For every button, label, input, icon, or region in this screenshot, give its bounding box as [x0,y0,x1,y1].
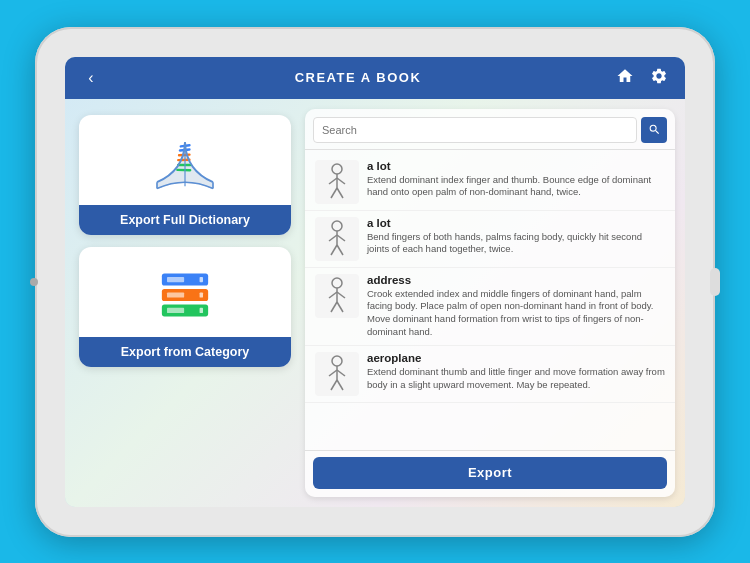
svg-line-33 [337,302,343,312]
svg-rect-10 [167,292,184,297]
word-avatar [315,352,359,396]
word-name: aeroplane [367,352,665,364]
tablet-side-button [30,278,38,286]
word-list: a lot Extend dominant index finger and t… [305,150,675,450]
export-category-icon-area [79,247,291,337]
svg-line-24 [329,235,337,241]
back-button[interactable]: ‹ [77,69,105,87]
svg-rect-14 [200,292,203,297]
svg-line-38 [331,380,337,390]
svg-rect-8 [167,277,184,282]
word-description: Extend dominant index finger and thumb. … [367,174,665,200]
list-item[interactable]: a lot Extend dominant index finger and t… [305,154,675,211]
book-icon [149,134,221,192]
svg-line-26 [331,245,337,255]
search-input[interactable] [313,117,637,143]
export-from-category-card[interactable]: Export from Category [79,247,291,367]
export-from-category-label: Export from Category [79,337,291,367]
svg-rect-13 [200,277,203,282]
svg-line-30 [329,292,337,298]
page-title: CREATE A BOOK [105,70,611,85]
export-full-dictionary-label: Export Full Dictionary [79,205,291,235]
svg-point-16 [332,164,342,174]
word-name: a lot [367,160,665,172]
svg-line-20 [331,188,337,198]
export-full-icon-area [79,115,291,205]
database-icon [155,265,215,325]
svg-line-25 [337,235,345,241]
word-description: Bend fingers of both hands, palms facing… [367,231,665,257]
right-panel: a lot Extend dominant index finger and t… [305,109,675,497]
svg-point-34 [332,356,342,366]
word-text-area: address Crook extended index and middle … [367,274,665,339]
export-button-area: Export [305,450,675,497]
word-avatar [315,217,359,261]
export-button[interactable]: Export [313,457,667,489]
home-button[interactable] [611,67,639,89]
list-item[interactable]: address Crook extended index and middle … [305,268,675,346]
svg-line-19 [337,178,345,184]
settings-button[interactable] [645,67,673,89]
word-description: Extend dominant thumb and little finger … [367,366,665,392]
left-panel: Export Full Dictionary [65,99,305,507]
list-item[interactable]: a lot Bend fingers of both hands, palms … [305,211,675,268]
word-avatar [315,274,359,318]
svg-line-18 [329,178,337,184]
search-bar [305,109,675,150]
export-full-dictionary-card[interactable]: Export Full Dictionary [79,115,291,235]
svg-line-36 [329,370,337,376]
svg-line-32 [331,302,337,312]
header-right-icons [611,67,673,89]
word-name: address [367,274,665,286]
word-avatar [315,160,359,204]
svg-line-27 [337,245,343,255]
word-name: a lot [367,217,665,229]
svg-rect-15 [200,307,203,312]
svg-line-37 [337,370,345,376]
tablet-frame: ‹ CREATE A BOOK [35,27,715,537]
search-icon [648,123,661,136]
word-text-area: aeroplane Extend dominant thumb and litt… [367,352,665,392]
svg-point-22 [332,221,342,231]
tablet-scroll-indicator [710,268,720,296]
svg-line-31 [337,292,345,298]
main-content: Export Full Dictionary [65,99,685,507]
svg-point-28 [332,278,342,288]
word-text-area: a lot Extend dominant index finger and t… [367,160,665,200]
list-item[interactable]: aeroplane Extend dominant thumb and litt… [305,346,675,403]
svg-rect-12 [167,307,184,312]
search-button[interactable] [641,117,667,143]
svg-line-21 [337,188,343,198]
word-text-area: a lot Bend fingers of both hands, palms … [367,217,665,257]
tablet-screen: ‹ CREATE A BOOK [65,57,685,507]
word-description: Crook extended index and middle fingers … [367,288,665,339]
svg-line-39 [337,380,343,390]
header-bar: ‹ CREATE A BOOK [65,57,685,99]
